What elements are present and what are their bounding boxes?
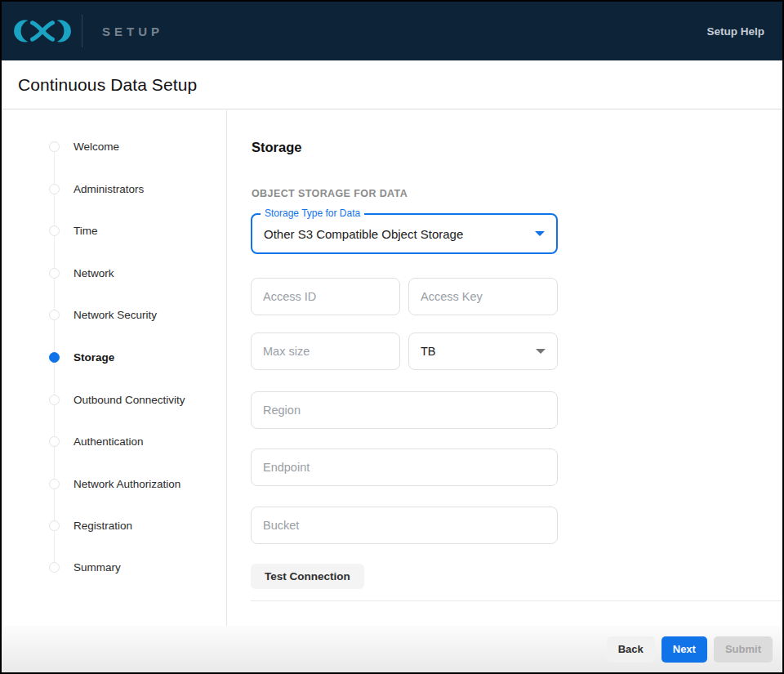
storage-type-value: Other S3 Compatible Object Storage xyxy=(264,227,463,241)
wizard-footer: Back Next Submit xyxy=(2,626,782,672)
step-label: Administrators xyxy=(74,183,144,195)
step-circle-icon xyxy=(49,395,60,405)
app-window: SETUP Setup Help Continuous Data Setup W… xyxy=(0,0,784,674)
step-circle-icon xyxy=(49,562,60,573)
step-label: Storage xyxy=(74,351,114,364)
next-button[interactable]: Next xyxy=(662,636,707,663)
submit-button[interactable]: Submit xyxy=(714,636,773,663)
step-label: Network Authorization xyxy=(74,478,180,490)
form-bottom-divider xyxy=(251,600,782,601)
credentials-row xyxy=(251,278,558,315)
step-circle-icon xyxy=(49,225,60,236)
step-administrators[interactable]: Administrators xyxy=(49,182,144,195)
step-welcome[interactable]: Welcome xyxy=(49,140,119,153)
step-time[interactable]: Time xyxy=(49,224,98,237)
bucket-input[interactable] xyxy=(251,507,558,544)
chevron-down-icon xyxy=(535,231,545,236)
size-unit-value: TB xyxy=(421,345,436,358)
step-outbound-connectivity[interactable]: Outbound Connectivity xyxy=(49,393,185,406)
step-circle-icon xyxy=(49,268,60,279)
back-button[interactable]: Back xyxy=(607,636,655,663)
step-label: Network Security xyxy=(74,309,157,321)
step-authentication[interactable]: Authentication xyxy=(49,435,144,448)
access-key-input[interactable] xyxy=(408,278,558,315)
storage-type-label: Storage Type for Data xyxy=(261,208,364,219)
step-network-security[interactable]: Network Security xyxy=(49,308,157,321)
wizard-stepper-sidebar: Welcome Administrators Time Network Netw… xyxy=(2,110,227,626)
region-input[interactable] xyxy=(251,391,558,429)
step-circle-icon xyxy=(49,479,60,489)
step-registration[interactable]: Registration xyxy=(49,519,132,532)
delphix-logo-icon xyxy=(13,13,72,49)
endpoint-input[interactable] xyxy=(251,449,558,486)
step-label: Authentication xyxy=(74,435,144,448)
step-summary[interactable]: Summary xyxy=(49,560,121,574)
step-label: Summary xyxy=(74,561,121,574)
step-circle-icon xyxy=(49,141,60,152)
product-label: SETUP xyxy=(102,25,163,38)
content-area: Welcome Administrators Time Network Netw… xyxy=(2,110,782,626)
title-bar: Continuous Data Setup xyxy=(2,60,782,109)
storage-type-select[interactable]: Storage Type for Data Other S3 Compatibl… xyxy=(251,213,558,254)
size-row: TB xyxy=(251,333,558,370)
step-label: Network xyxy=(74,267,114,279)
step-label: Time xyxy=(74,225,98,237)
test-connection-button[interactable]: Test Connection xyxy=(251,564,364,589)
step-label: Outbound Connectivity xyxy=(74,394,185,406)
header-divider xyxy=(82,15,82,47)
setup-help-link[interactable]: Setup Help xyxy=(706,25,764,38)
step-network-authorization[interactable]: Network Authorization xyxy=(49,477,180,490)
step-circle-active-icon xyxy=(49,352,60,363)
top-navbar: SETUP Setup Help xyxy=(2,2,782,60)
step-label: Welcome xyxy=(74,141,119,153)
step-label: Registration xyxy=(74,520,132,532)
step-storage[interactable]: Storage xyxy=(49,350,114,364)
step-circle-icon xyxy=(49,184,60,194)
size-unit-select[interactable]: TB xyxy=(408,333,558,370)
page-title: Continuous Data Setup xyxy=(18,75,197,95)
access-id-input[interactable] xyxy=(251,278,400,315)
object-storage-heading: OBJECT STORAGE FOR DATA xyxy=(252,188,408,199)
step-network[interactable]: Network xyxy=(49,266,114,279)
step-circle-icon xyxy=(49,436,60,447)
chevron-down-icon xyxy=(536,349,546,354)
step-circle-icon xyxy=(49,310,60,320)
storage-form: Storage OBJECT STORAGE FOR DATA Storage … xyxy=(251,110,782,626)
step-circle-icon xyxy=(49,520,60,531)
section-title: Storage xyxy=(252,140,301,155)
max-size-input[interactable] xyxy=(251,333,400,370)
